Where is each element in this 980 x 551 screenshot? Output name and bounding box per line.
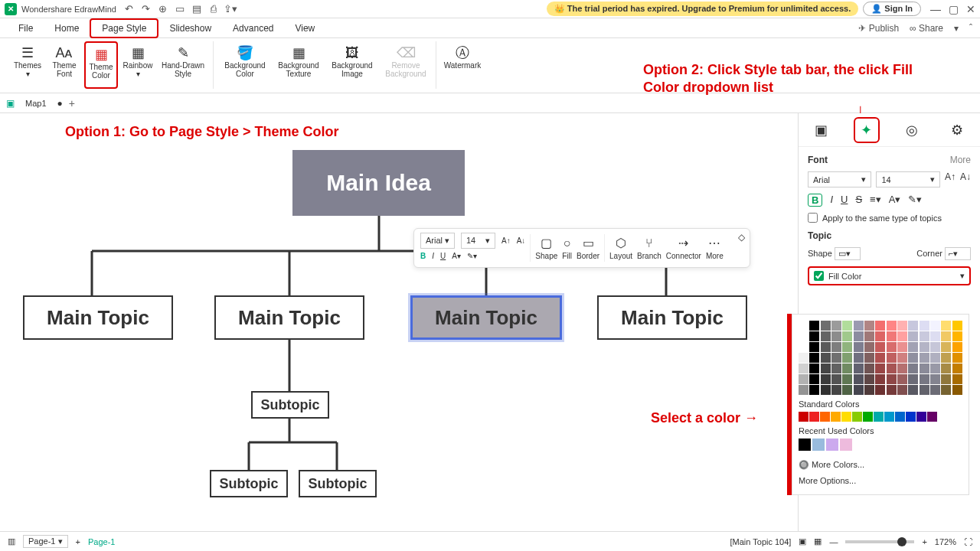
save-icon[interactable]: ▤ — [191, 4, 202, 15]
recent-color-swatch[interactable] — [812, 439, 825, 451]
color-swatch[interactable] — [831, 342, 841, 352]
print-icon[interactable]: ⎙ — [208, 4, 219, 15]
bg-image-button[interactable]: 🖼Background Image — [327, 41, 377, 89]
color-swatch[interactable] — [821, 331, 831, 341]
add-tab-button[interactable]: + — [69, 97, 75, 109]
fullscreen-icon[interactable]: ⛶ — [964, 537, 972, 546]
color-swatch[interactable] — [799, 385, 808, 395]
page-tab[interactable]: Page-1 — [88, 537, 115, 546]
float-layout-button[interactable]: ⬡Layout — [609, 236, 632, 260]
color-swatch[interactable] — [799, 353, 808, 363]
color-swatch[interactable] — [920, 331, 929, 341]
menu-home[interactable]: Home — [44, 20, 90, 37]
menu-view[interactable]: View — [284, 20, 325, 37]
font-more-link[interactable]: More — [950, 155, 971, 165]
color-swatch[interactable] — [875, 374, 885, 384]
color-swatch[interactable] — [952, 385, 962, 395]
color-swatch[interactable] — [897, 331, 907, 341]
side-grow-font-icon[interactable]: A↑ — [945, 171, 956, 187]
recent-color-swatch[interactable] — [840, 439, 852, 451]
zoom-out-icon[interactable]: — — [829, 537, 838, 546]
color-swatch[interactable] — [875, 364, 885, 373]
shrink-font-icon[interactable]: A↓ — [517, 236, 526, 245]
trial-banner[interactable]: 👑 The trial period has expired. Upgrade … — [547, 2, 859, 16]
color-swatch[interactable] — [809, 331, 819, 341]
std-color-swatch[interactable] — [906, 412, 916, 422]
color-swatch[interactable] — [831, 385, 841, 395]
color-swatch[interactable] — [887, 321, 897, 331]
color-swatch[interactable] — [897, 353, 907, 363]
highlight-icon[interactable]: ✎▾ — [467, 252, 477, 260]
color-swatch[interactable] — [908, 331, 918, 341]
std-color-swatch[interactable] — [874, 412, 884, 422]
color-swatch[interactable] — [809, 321, 819, 331]
float-connector-button[interactable]: ⇢Connector — [666, 236, 701, 260]
add-icon[interactable]: ⊕ — [158, 4, 168, 15]
font-color-icon[interactable]: A▾ — [452, 252, 461, 260]
color-swatch[interactable] — [842, 331, 852, 341]
status-view1-icon[interactable]: ▣ — [799, 536, 806, 546]
grow-font-icon[interactable]: A↑ — [501, 236, 511, 245]
color-swatch[interactable] — [941, 385, 951, 395]
node-subtopic-2[interactable]: Subtopic — [210, 470, 288, 497]
page-select[interactable]: Page-1 ▾ — [23, 535, 68, 548]
color-swatch[interactable] — [875, 321, 885, 331]
color-swatch[interactable] — [809, 342, 819, 352]
node-main-topic-1[interactable]: Main Topic — [23, 295, 173, 340]
menu-pagestyle[interactable]: Page Style — [90, 18, 158, 38]
color-swatch[interactable] — [799, 364, 808, 373]
color-swatch[interactable] — [941, 364, 951, 373]
color-swatch[interactable] — [920, 364, 929, 373]
color-swatch[interactable] — [809, 374, 819, 384]
color-swatch[interactable] — [887, 364, 897, 373]
color-swatch[interactable] — [875, 331, 885, 341]
color-swatch[interactable] — [842, 321, 852, 331]
minimize-icon[interactable]: — — [930, 3, 941, 15]
collapse-ribbon-icon[interactable]: ˆ — [969, 23, 972, 34]
color-swatch[interactable] — [952, 342, 962, 352]
color-swatch[interactable] — [842, 364, 852, 373]
color-swatch[interactable] — [831, 331, 841, 341]
color-swatch[interactable] — [864, 385, 874, 395]
std-color-swatch[interactable] — [884, 412, 894, 422]
color-swatch[interactable] — [920, 385, 929, 395]
italic-icon[interactable]: I — [432, 252, 434, 260]
color-swatch[interactable] — [831, 353, 841, 363]
folder-icon[interactable]: ▭ — [175, 4, 185, 15]
color-swatch[interactable] — [941, 342, 951, 352]
color-swatch[interactable] — [864, 342, 874, 352]
color-swatch[interactable] — [908, 374, 918, 384]
color-swatch[interactable] — [887, 385, 897, 395]
side-highlight-icon[interactable]: ✎▾ — [908, 194, 922, 207]
float-branch-button[interactable]: ⑂Branch — [637, 236, 662, 260]
color-swatch[interactable] — [821, 364, 831, 373]
side-tab-outline-icon[interactable]: ▣ — [808, 117, 835, 143]
color-swatch[interactable] — [930, 331, 940, 341]
std-color-swatch[interactable] — [831, 412, 841, 422]
color-swatch[interactable] — [908, 321, 918, 331]
std-color-swatch[interactable] — [895, 412, 905, 422]
float-size-select[interactable]: 14▾ — [461, 233, 495, 249]
color-swatch[interactable] — [887, 374, 897, 384]
color-swatch[interactable] — [908, 385, 918, 395]
color-swatch[interactable] — [799, 374, 808, 384]
doc-tab[interactable]: Map1 — [21, 97, 51, 109]
color-swatch[interactable] — [930, 342, 940, 352]
color-swatch[interactable] — [864, 331, 874, 341]
color-swatch[interactable] — [799, 321, 808, 331]
font-size-select[interactable]: 14▾ — [876, 171, 939, 187]
node-main-topic-4[interactable]: Main Topic — [597, 295, 747, 340]
color-swatch[interactable] — [821, 342, 831, 352]
close-icon[interactable]: ✕ — [966, 3, 975, 15]
float-font-select[interactable]: Arial▾ — [420, 233, 455, 249]
side-tab-style-icon[interactable]: ✦ — [854, 117, 880, 143]
side-tab-map-icon[interactable]: ◎ — [899, 117, 925, 143]
color-swatch[interactable] — [952, 364, 962, 373]
color-swatch[interactable] — [854, 331, 864, 341]
color-swatch[interactable] — [864, 364, 874, 373]
redo-icon[interactable]: ↷ — [141, 4, 152, 15]
std-color-swatch[interactable] — [852, 412, 862, 422]
status-view2-icon[interactable]: ▦ — [814, 536, 822, 546]
color-swatch[interactable] — [930, 374, 940, 384]
color-swatch[interactable] — [809, 385, 819, 395]
